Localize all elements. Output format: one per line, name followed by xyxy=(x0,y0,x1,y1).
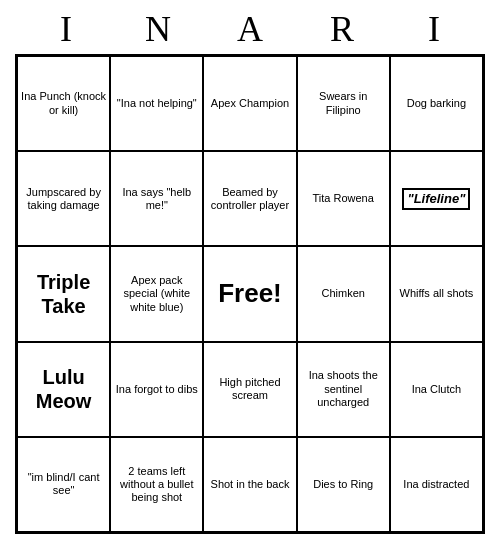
bingo-cell-11[interactable]: Apex pack special (white white blue) xyxy=(110,246,203,341)
bingo-cell-10[interactable]: Triple Take xyxy=(17,246,110,341)
bingo-cell-12[interactable]: Free! xyxy=(203,246,296,341)
bingo-cell-24[interactable]: Ina distracted xyxy=(390,437,483,532)
bingo-grid: Ina Punch (knock or kill)"Ina not helpin… xyxy=(15,54,485,534)
header-letter-i1: I xyxy=(22,8,110,50)
bingo-cell-3[interactable]: Swears in Filipino xyxy=(297,56,390,151)
bingo-cell-4[interactable]: Dog barking xyxy=(390,56,483,151)
bingo-cell-18[interactable]: Ina shoots the sentinel uncharged xyxy=(297,342,390,437)
bingo-cell-5[interactable]: Jumpscared by taking damage xyxy=(17,151,110,246)
bingo-cell-7[interactable]: Beamed by controller player xyxy=(203,151,296,246)
bingo-cell-9[interactable]: "Lifeline" xyxy=(390,151,483,246)
bingo-cell-8[interactable]: Tita Rowena xyxy=(297,151,390,246)
bingo-cell-17[interactable]: High pitched scream xyxy=(203,342,296,437)
bingo-cell-14[interactable]: Whiffs all shots xyxy=(390,246,483,341)
header-letter-n: N xyxy=(114,8,202,50)
bingo-cell-23[interactable]: Dies to Ring xyxy=(297,437,390,532)
bingo-cell-15[interactable]: Lulu Meow xyxy=(17,342,110,437)
bingo-cell-13[interactable]: Chimken xyxy=(297,246,390,341)
bingo-cell-20[interactable]: "im blind/I cant see" xyxy=(17,437,110,532)
header-letter-i2: I xyxy=(390,8,478,50)
header-letter-a: A xyxy=(206,8,294,50)
bingo-cell-22[interactable]: Shot in the back xyxy=(203,437,296,532)
bingo-cell-6[interactable]: Ina says "helb me!" xyxy=(110,151,203,246)
bingo-cell-16[interactable]: Ina forgot to dibs xyxy=(110,342,203,437)
bingo-cell-2[interactable]: Apex Champion xyxy=(203,56,296,151)
bingo-cell-19[interactable]: Ina Clutch xyxy=(390,342,483,437)
bingo-header: I N A R I xyxy=(0,0,500,54)
header-letters: I N A R I xyxy=(20,8,480,50)
header-letter-r: R xyxy=(298,8,386,50)
bingo-cell-1[interactable]: "Ina not helping" xyxy=(110,56,203,151)
bingo-cell-21[interactable]: 2 teams left without a bullet being shot xyxy=(110,437,203,532)
bingo-cell-0[interactable]: Ina Punch (knock or kill) xyxy=(17,56,110,151)
